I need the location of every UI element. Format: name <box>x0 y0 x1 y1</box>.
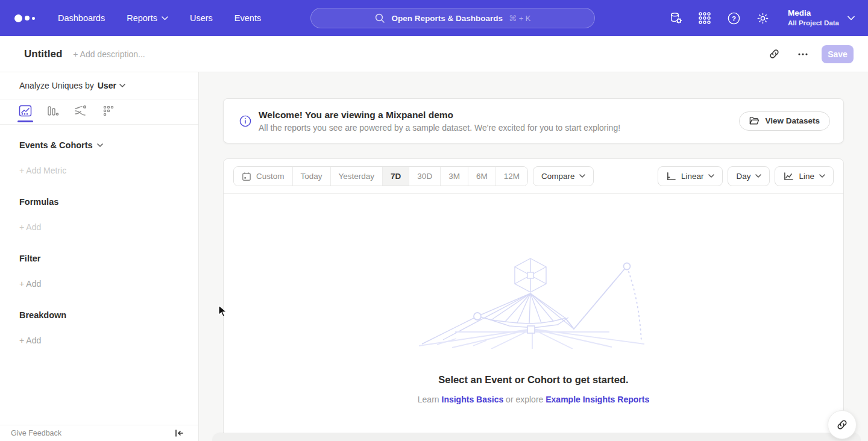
chevron-down-icon <box>119 84 125 88</box>
nav-item-dashboards[interactable]: Dashboards <box>58 13 105 23</box>
empty-state-illustration <box>419 255 648 349</box>
tab-bar-chart[interactable] <box>46 105 60 123</box>
range-label: 30D <box>417 172 432 181</box>
view-datasets-button[interactable]: View Datasets <box>739 111 830 131</box>
analyze-label: Analyze Uniques by <box>19 81 94 90</box>
logo-dot <box>14 14 22 22</box>
chevron-down-icon <box>97 143 103 148</box>
project-name: Media <box>788 8 839 19</box>
nav-item-reports[interactable]: Reports <box>127 13 168 23</box>
copy-link-icon[interactable] <box>764 44 784 64</box>
tab-flows[interactable] <box>74 105 88 123</box>
report-controls: Custom Today Yesterday 7D 30D 3M 6M 12M … <box>224 159 843 194</box>
info-icon <box>239 115 251 127</box>
main-content: Welcome! You are viewing a Mixpanel demo… <box>199 72 868 441</box>
nav-item-events[interactable]: Events <box>234 13 261 23</box>
project-scope: All Project Data <box>788 19 839 28</box>
nav-label: Reports <box>127 13 157 23</box>
tab-funnel-dots[interactable] <box>101 105 116 123</box>
range-3m[interactable]: 3M <box>440 167 468 186</box>
interval-dropdown[interactable]: Day <box>728 166 770 186</box>
interval-label: Day <box>736 172 750 181</box>
selected-tab-indicator <box>17 120 33 122</box>
report-title[interactable]: Untitled <box>24 48 62 60</box>
share-link-fab[interactable] <box>828 410 857 439</box>
report-header: Untitled + Add description... Save <box>0 36 868 72</box>
range-30d[interactable]: 30D <box>409 167 440 186</box>
range-label: Yesterday <box>339 172 375 181</box>
logo-dot <box>32 17 35 20</box>
help-icon[interactable]: ? <box>726 11 741 25</box>
learn-prefix: Learn <box>418 395 439 404</box>
flows-icon <box>74 105 87 117</box>
add-metric-label: + Add Metric <box>19 166 66 175</box>
collapse-sidebar-icon[interactable] <box>175 429 184 437</box>
global-search-input[interactable]: Open Reports & Dashboards ⌘ + K <box>310 8 595 28</box>
range-custom[interactable]: Custom <box>234 167 292 186</box>
tab-indicator <box>45 120 61 122</box>
compare-dropdown[interactable]: Compare <box>533 166 594 186</box>
search-placeholder: Open Reports & Dashboards <box>391 14 503 23</box>
analyze-uniques-row: Analyze Uniques by User <box>0 72 198 99</box>
chart-type-label: Line <box>799 172 814 181</box>
banner-title: Welcome! You are viewing a Mixpanel demo <box>259 110 620 120</box>
analyze-by-dropdown[interactable]: User <box>98 81 125 90</box>
save-button[interactable]: Save <box>822 45 854 63</box>
project-info: Media All Project Data <box>788 8 839 28</box>
top-nav: Dashboards Reports Users Events Open Rep… <box>0 0 868 36</box>
nav-label: Users <box>190 13 213 23</box>
give-feedback-link[interactable]: Give Feedback <box>11 429 61 437</box>
settings-gear-icon[interactable] <box>755 11 770 25</box>
breakdown-section-title: Breakdown <box>19 310 198 320</box>
events-cohorts-section[interactable]: Events & Cohorts <box>19 140 198 150</box>
add-breakdown-label: + Add <box>19 336 41 345</box>
tab-insights-line[interactable] <box>18 105 33 123</box>
formulas-section-title: Formulas <box>19 197 198 207</box>
apps-grid-icon[interactable] <box>697 11 712 25</box>
search-icon <box>374 13 385 23</box>
mixpanel-logo-icon[interactable] <box>14 14 39 22</box>
scale-dropdown[interactable]: Linear <box>658 166 723 186</box>
add-formula-label: + Add <box>19 222 41 232</box>
report-card: Custom Today Yesterday 7D 30D 3M 6M 12M … <box>223 158 844 441</box>
range-7d[interactable]: 7D <box>382 167 409 186</box>
add-description-field[interactable]: + Add description... <box>73 49 145 59</box>
range-today[interactable]: Today <box>292 167 330 186</box>
compare-label: Compare <box>541 172 575 181</box>
range-label: 3M <box>448 172 460 181</box>
add-metric-button[interactable]: + Add Metric <box>19 166 198 175</box>
bar-chart-icon <box>47 105 59 117</box>
chart-type-dropdown[interactable]: Line <box>775 166 834 186</box>
funnel-dots-icon <box>102 105 115 117</box>
add-breakdown-button[interactable]: + Add <box>19 336 198 345</box>
data-management-icon[interactable] <box>668 11 683 25</box>
next-section-peek[interactable] <box>212 433 861 441</box>
project-switcher[interactable]: Media All Project Data <box>788 8 855 28</box>
nav-label: Dashboards <box>58 13 105 23</box>
events-cohorts-title: Events & Cohorts <box>19 140 93 150</box>
empty-state-links: Learn Insights Basics or explore Example… <box>418 395 649 404</box>
filter-title: Filter <box>19 254 40 263</box>
example-insights-reports-link[interactable]: Example Insights Reports <box>546 395 649 404</box>
range-6m[interactable]: 6M <box>468 167 495 186</box>
query-builder-sidebar: Analyze Uniques by User <box>0 72 199 441</box>
chevron-down-icon <box>579 174 585 178</box>
more-options-icon[interactable] <box>793 44 813 64</box>
svg-text:?: ? <box>731 14 735 22</box>
range-yesterday[interactable]: Yesterday <box>330 167 383 186</box>
report-header-actions: Save <box>764 44 854 64</box>
empty-state-title: Select an Event or Cohort to get started… <box>438 374 628 386</box>
date-range-segmented-control: Custom Today Yesterday 7D 30D 3M 6M 12M <box>233 166 528 186</box>
range-12m[interactable]: 12M <box>495 167 527 186</box>
formulas-title: Formulas <box>19 197 58 207</box>
banner-text: Welcome! You are viewing a Mixpanel demo… <box>259 110 620 133</box>
insights-basics-link[interactable]: Insights Basics <box>442 395 504 404</box>
add-formula-button[interactable]: + Add <box>19 222 198 232</box>
link-icon <box>836 419 848 431</box>
nav-item-users[interactable]: Users <box>190 13 213 23</box>
banner-subtitle: All the reports you see are powered by a… <box>259 123 620 133</box>
demo-welcome-banner: Welcome! You are viewing a Mixpanel demo… <box>223 98 844 143</box>
range-label: 6M <box>476 172 488 181</box>
add-filter-button[interactable]: + Add <box>19 279 198 289</box>
chevron-down-icon <box>708 174 714 178</box>
